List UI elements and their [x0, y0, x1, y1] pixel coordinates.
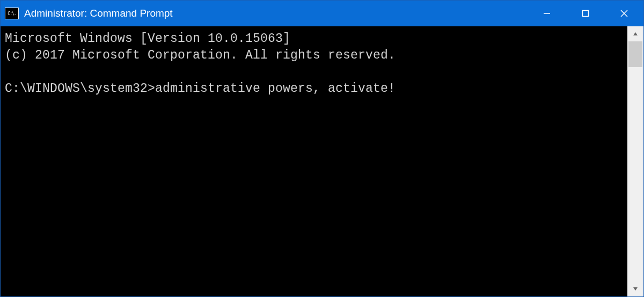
minimize-icon: [543, 9, 551, 18]
minimize-button[interactable]: [528, 1, 566, 26]
terminal-output[interactable]: Microsoft Windows [Version 10.0.15063](c…: [1, 26, 627, 296]
scrollbar-track[interactable]: [627, 41, 643, 281]
cmd-icon: C:\.: [5, 8, 19, 19]
svg-rect-1: [583, 11, 589, 17]
vertical-scrollbar[interactable]: [627, 26, 643, 296]
scrollbar-thumb[interactable]: [628, 41, 642, 67]
svg-marker-4: [633, 32, 638, 35]
chevron-down-icon: [632, 286, 639, 292]
maximize-icon: [581, 9, 590, 18]
terminal-blank-line: [5, 64, 623, 81]
terminal-line-version: Microsoft Windows [Version 10.0.15063]: [5, 31, 623, 47]
scroll-down-button[interactable]: [627, 281, 643, 296]
close-icon: [620, 9, 628, 18]
terminal-prompt-line: C:\WINDOWS\system32>administrative power…: [5, 81, 623, 97]
terminal-body: Microsoft Windows [Version 10.0.15063](c…: [1, 26, 643, 296]
close-button[interactable]: [605, 1, 643, 26]
titlebar[interactable]: C:\. Administrator: Command Prompt: [1, 1, 643, 26]
terminal-prompt: C:\WINDOWS\system32>: [5, 81, 155, 97]
maximize-button[interactable]: [566, 1, 605, 26]
chevron-up-icon: [632, 31, 639, 37]
scroll-up-button[interactable]: [627, 26, 643, 41]
command-prompt-window: C:\. Administrator: Command Prompt: [0, 0, 644, 297]
terminal-command-input[interactable]: administrative powers, activate!: [155, 81, 396, 97]
terminal-line-copyright: (c) 2017 Microsoft Corporation. All righ…: [5, 47, 623, 64]
window-controls: [528, 1, 643, 26]
cmd-icon-text: C:\.: [8, 11, 16, 16]
svg-marker-5: [633, 287, 638, 291]
window-title: Administrator: Command Prompt: [24, 8, 528, 19]
